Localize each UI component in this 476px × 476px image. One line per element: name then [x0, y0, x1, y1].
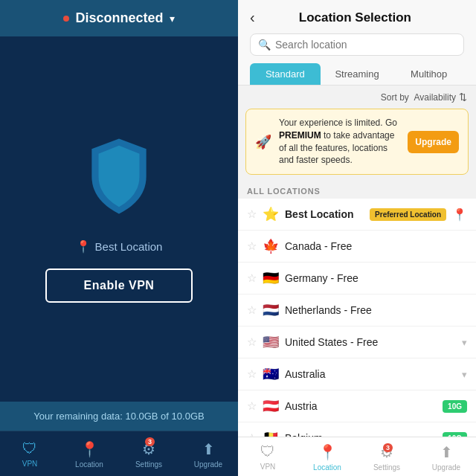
upgrade-label: Upgrade — [432, 463, 460, 472]
rocket-icon: 🚀 — [255, 134, 271, 150]
vpn-nav-icon: 🛡 — [22, 440, 37, 457]
star-icon: ☆ — [247, 399, 257, 413]
nav-item-location[interactable]: 📍 Location — [60, 437, 119, 472]
vpn-icon: 🛡 — [260, 443, 275, 460]
location-item-belgium[interactable]: ☆ 🇧🇪 Belgium 10G — [238, 422, 476, 437]
flag-icon: 🇺🇸 — [263, 334, 279, 350]
sort-value: Availability — [412, 92, 456, 103]
main-content: 📍 Best Location Enable VPN — [0, 36, 238, 402]
flag-icon: 🇦🇹 — [263, 398, 279, 414]
star-icon: ☆ — [247, 431, 257, 437]
location-label: Location — [313, 463, 341, 472]
location-name: Australia — [285, 368, 456, 380]
tab-standard[interactable]: Standard — [250, 63, 321, 85]
location-item-canada[interactable]: ☆ 🍁 Canada - Free — [238, 231, 476, 263]
location-nav-label: Location — [75, 460, 103, 469]
flag-icon: 🇧🇪 — [263, 430, 279, 437]
tabs-row: Standard Streaming Multihop — [250, 63, 464, 85]
location-item-germany[interactable]: ☆ 🇩🇪 Germany - Free — [238, 263, 476, 295]
expand-icon: ▾ — [462, 337, 467, 348]
rp-nav-item-location[interactable]: 📍 Location — [298, 443, 357, 472]
flag-icon: 🍁 — [263, 238, 279, 254]
all-locations-label: ALL LOCATIONS — [238, 182, 476, 199]
location-item-netherlands[interactable]: ☆ 🇳🇱 Netherlands - Free — [238, 295, 476, 327]
expand-icon: ▾ — [462, 369, 467, 380]
settings-badge: 3 — [145, 437, 155, 446]
right-body: Sort by Availability ⇅ 🚀 Your experience… — [238, 86, 476, 437]
data-remaining-text: Your remaining data: 10.0GB of 10.0GB — [33, 411, 204, 422]
star-icon: ☆ — [247, 335, 257, 349]
sort-icon: ⇅ — [459, 91, 467, 103]
star-icon: ☆ — [247, 271, 257, 285]
flag-icon: ⭐ — [263, 206, 279, 222]
tab-streaming[interactable]: Streaming — [322, 63, 393, 85]
upgrade-nav-label: Upgrade — [194, 460, 222, 469]
flag-icon: 🇦🇺 — [263, 366, 279, 382]
right-bottom-nav: 🛡 VPN 📍 Location 3 ⚙ Settings ⬆ Upgrade — [238, 437, 476, 476]
left-panel: Disconnected ▾ 📍 Best Location Enable VP… — [0, 0, 238, 476]
preferred-badge: Preferred Location — [370, 208, 446, 221]
flag-icon: 🇩🇪 — [263, 270, 279, 286]
star-icon: ☆ — [247, 239, 257, 253]
search-icon: 🔍 — [258, 39, 271, 51]
shield-icon — [78, 135, 160, 217]
settings-badge: 3 — [383, 443, 393, 452]
location-name: Netherlands - Free — [285, 304, 467, 316]
left-bottom-nav: 🛡 VPN 📍 Location 3 ⚙ Settings ⬆ Upgrade — [0, 431, 238, 476]
star-icon: ☆ — [247, 208, 257, 221]
location-nav-icon: 📍 — [80, 440, 99, 458]
location-row: 📍 Best Location — [76, 239, 163, 254]
pin-badge-icon: 📍 — [452, 208, 467, 222]
tab-multihop[interactable]: Multihop — [393, 63, 464, 85]
best-location-label: Best Location — [95, 240, 163, 253]
flag-icon: 🇳🇱 — [263, 302, 279, 318]
back-button[interactable]: ‹ — [250, 9, 255, 26]
vpn-nav-label: VPN — [22, 460, 38, 468]
location-item-best[interactable]: ☆ ⭐ Best Location Preferred Location 📍 — [238, 199, 476, 231]
status-dot — [63, 16, 69, 22]
vpn-label: VPN — [260, 463, 276, 471]
search-input[interactable] — [275, 39, 456, 51]
nav-item-settings[interactable]: 3 ⚙ Settings — [119, 437, 178, 472]
star-icon: ☆ — [247, 367, 257, 381]
nav-item-vpn[interactable]: 🛡 VPN — [0, 437, 60, 472]
title-row: ‹ Location Selection — [250, 9, 464, 26]
location-item-us[interactable]: ☆ 🇺🇸 United States - Free ▾ — [238, 327, 476, 358]
rp-nav-item-settings[interactable]: 3 ⚙ Settings — [357, 443, 416, 472]
location-name: Germany - Free — [285, 272, 467, 284]
location-name: Austria — [285, 400, 437, 412]
settings-nav-label: Settings — [135, 460, 162, 469]
data-badge: 10G — [443, 400, 467, 413]
settings-label: Settings — [373, 463, 400, 472]
star-icon: ☆ — [247, 303, 257, 317]
location-pin-icon: 📍 — [76, 239, 91, 254]
status-bar[interactable]: Disconnected ▾ — [0, 0, 238, 36]
rp-nav-item-upgrade[interactable]: ⬆ Upgrade — [416, 443, 476, 472]
location-item-australia[interactable]: ☆ 🇦🇺 Australia ▾ — [238, 358, 476, 390]
location-name: United States - Free — [285, 336, 456, 348]
right-header: ‹ Location Selection 🔍 Standard Streamin… — [238, 0, 476, 86]
enable-vpn-button[interactable]: Enable VPN — [45, 268, 193, 303]
promo-text: Your experience is limited. Go PREMIUM t… — [279, 117, 400, 167]
chevron-down-icon: ▾ — [170, 13, 175, 25]
upgrade-button[interactable]: Upgrade — [408, 131, 459, 153]
location-name: Canada - Free — [285, 240, 467, 252]
location-icon: 📍 — [318, 443, 337, 461]
sort-label: Sort by — [381, 92, 409, 103]
search-box[interactable]: 🔍 — [250, 33, 464, 56]
location-item-austria[interactable]: ☆ 🇦🇹 Austria 10G — [238, 390, 476, 422]
nav-item-upgrade[interactable]: ⬆ Upgrade — [178, 437, 238, 472]
upgrade-nav-icon: ⬆ — [202, 440, 215, 458]
status-text: Disconnected — [75, 10, 163, 26]
rp-nav-item-vpn[interactable]: 🛡 VPN — [238, 443, 298, 472]
upgrade-icon: ⬆ — [440, 443, 453, 461]
sort-row[interactable]: Sort by Availability ⇅ — [238, 86, 476, 109]
data-remaining-bar: Your remaining data: 10.0GB of 10.0GB — [0, 402, 238, 431]
panel-title: Location Selection — [264, 10, 464, 25]
location-name: Best Location — [285, 208, 364, 220]
right-panel: ‹ Location Selection 🔍 Standard Streamin… — [238, 0, 476, 476]
promo-banner: 🚀 Your experience is limited. Go PREMIUM… — [245, 109, 469, 175]
